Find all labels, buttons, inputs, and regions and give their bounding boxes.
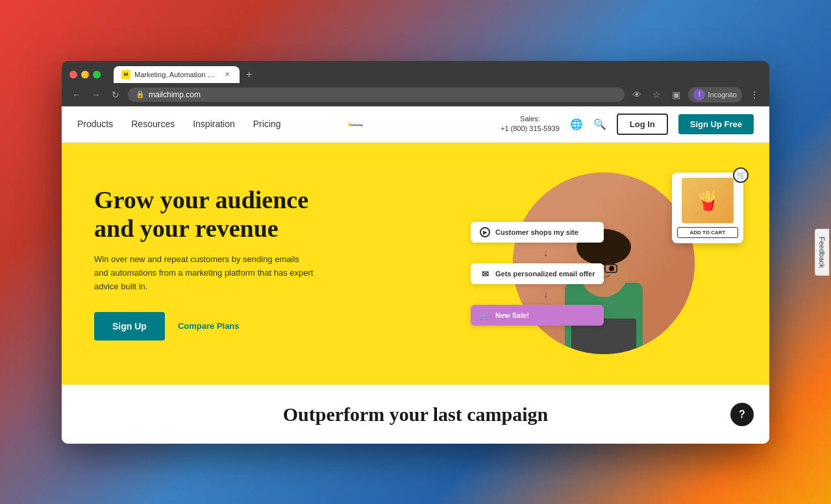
nav-inspiration[interactable]: Inspiration [193, 119, 235, 129]
email-icon: ✉ [480, 269, 490, 279]
hero-subtitle: Win over new and repeat customers by sen… [94, 253, 315, 293]
add-to-cart-button[interactable]: ADD TO CART [677, 227, 738, 238]
flow-step-2: ✉ Gets personalized email offer [471, 263, 604, 284]
site-navigation: Products Resources Inspiration Pricing i… [62, 106, 769, 143]
browser-window: M Marketing, Automation & Emai... ✕ + ← … [62, 61, 769, 444]
forward-button[interactable]: → [89, 88, 103, 102]
hero-visual: ▶ Customer shops my site ↓ ✉ Gets person… [458, 160, 750, 367]
cart-badge-icon: 🛒 [733, 167, 749, 183]
browser-toolbar: ← → ↻ 🔒 mailchimp.com 👁 ☆ ▣ I Incognito … [62, 83, 769, 106]
hero-content: Grow your audience and your revenue Win … [94, 186, 354, 341]
more-options-icon[interactable]: ⋮ [747, 88, 762, 102]
toolbar-right: 👁 ☆ ▣ I Incognito ⋮ [630, 87, 762, 102]
bookmark-star-icon[interactable]: ☆ [649, 88, 664, 102]
hero-title: Grow your audience and your revenue [94, 186, 354, 243]
sidebar-icon[interactable]: ▣ [669, 88, 683, 102]
tabs-bar: M Marketing, Automation & Emai... ✕ + [114, 66, 257, 83]
flow-step-3-label: New Sale! [495, 311, 529, 319]
sales-label: Sales: [501, 114, 560, 124]
site-logo[interactable]: intuit mailchimp [347, 114, 368, 134]
address-bar[interactable]: 🔒 mailchimp.com [128, 88, 625, 102]
traffic-lights [69, 71, 101, 78]
svg-text:mailchimp: mailchimp [352, 124, 363, 126]
mailchimp-logo-svg: intuit mailchimp [347, 114, 368, 134]
flow-step-3: 🛒 New Sale! [471, 305, 604, 326]
svg-text:intuit: intuit [347, 121, 350, 123]
help-button[interactable]: ? [730, 403, 754, 426]
automation-flow: ▶ Customer shops my site ↓ ✉ Gets person… [471, 222, 604, 326]
nav-resources[interactable]: Resources [131, 119, 175, 129]
tab-favicon-icon: M [121, 70, 130, 79]
nav-links: Products Resources Inspiration Pricing [77, 119, 281, 129]
active-tab[interactable]: M Marketing, Automation & Emai... ✕ [114, 66, 240, 83]
close-button[interactable] [69, 71, 77, 78]
sales-phone: +1 (800) 315-5939 [501, 124, 560, 134]
flow-step-2-label: Gets personalized email offer [495, 270, 595, 278]
svg-point-2 [349, 125, 350, 125]
eye-off-icon: 👁 [630, 88, 644, 102]
outperform-title: Outperform your last campaign [283, 403, 549, 426]
svg-point-3 [351, 125, 351, 125]
lock-icon: 🔒 [136, 90, 145, 99]
nav-pricing[interactable]: Pricing [253, 119, 281, 129]
back-button[interactable]: ← [69, 88, 84, 102]
nav-products[interactable]: Products [77, 119, 113, 129]
svg-point-9 [609, 266, 614, 271]
flow-step-1: ▶ Customer shops my site [471, 222, 604, 243]
page-content: Products Resources Inspiration Pricing i… [62, 106, 769, 444]
maximize-button[interactable] [93, 71, 101, 78]
profile-button[interactable]: I Incognito [688, 87, 742, 102]
hero-section: Grow your audience and your revenue Win … [62, 143, 769, 385]
product-image: 🍟 [682, 178, 734, 223]
tab-close-icon[interactable]: ✕ [223, 70, 232, 79]
hero-signup-button[interactable]: Sign Up [94, 312, 165, 341]
url-display: mailchimp.com [149, 90, 201, 99]
svg-point-1 [349, 123, 352, 126]
product-card: 🛒 🍟 ADD TO CART [672, 173, 743, 243]
feedback-tab[interactable]: Feedback [815, 228, 829, 275]
profile-label: Incognito [708, 91, 737, 99]
tab-title: Marketing, Automation & Emai... [134, 71, 219, 78]
flow-arrow-2: ↓ [488, 291, 604, 298]
avatar: I [693, 89, 705, 101]
reload-button[interactable]: ↻ [108, 88, 123, 102]
browser-chrome: M Marketing, Automation & Emai... ✕ + ← … [62, 61, 769, 106]
minimize-button[interactable] [81, 71, 89, 78]
hero-buttons: Sign Up Compare Plans [94, 312, 354, 341]
signup-free-button[interactable]: Sign Up Free [678, 114, 754, 134]
flow-arrow-1: ↓ [488, 249, 604, 257]
login-button[interactable]: Log In [617, 114, 668, 135]
sales-info: Sales: +1 (800) 315-5939 [501, 114, 560, 134]
search-icon[interactable]: 🔍 [593, 118, 606, 130]
compare-plans-link[interactable]: Compare Plans [178, 321, 240, 331]
globe-icon[interactable]: 🌐 [570, 118, 583, 130]
new-tab-button[interactable]: + [241, 66, 257, 83]
browser-titlebar: M Marketing, Automation & Emai... ✕ + [62, 61, 769, 83]
nav-right-section: Sales: +1 (800) 315-5939 🌐 🔍 Log In Sign… [501, 114, 754, 135]
flow-step-1-label: Customer shops my site [495, 228, 578, 236]
cart-icon: 🛒 [480, 310, 490, 320]
play-icon: ▶ [480, 227, 490, 237]
outperform-section: Outperform your last campaign ? [62, 385, 769, 444]
